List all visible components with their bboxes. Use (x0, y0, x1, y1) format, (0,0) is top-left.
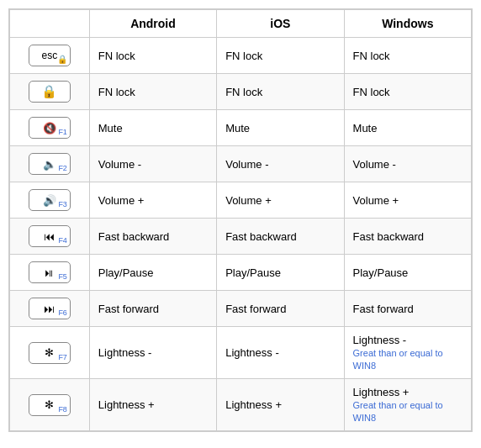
android-cell: Play/Pause (89, 255, 216, 291)
android-cell: Fast backward (89, 219, 216, 255)
ios-value: Lightness + (225, 398, 282, 411)
windows-value: Fast backward (353, 230, 425, 243)
android-value: Volume - (98, 158, 141, 171)
ios-value: Volume + (225, 194, 272, 207)
android-cell: Mute (89, 110, 216, 146)
ios-value: FN lock (225, 86, 262, 98)
ios-value: Fast backward (225, 230, 297, 243)
android-cell: FN lock (89, 74, 216, 110)
key-cell: 🔒 (10, 74, 90, 110)
ios-value: Mute (225, 122, 250, 134)
ios-cell: FN lock (217, 74, 344, 110)
android-value: FN lock (98, 86, 135, 98)
android-cell: Fast forward (89, 291, 216, 327)
shortcut-table: Android iOS Windows esc 🔒 FN lockFN lock… (8, 8, 473, 432)
android-value: Lightness - (98, 346, 152, 359)
col-header-android: Android (89, 10, 216, 38)
android-value: Mute (98, 122, 123, 134)
ios-cell: Volume + (217, 182, 344, 219)
android-value: Volume + (98, 194, 145, 207)
key-cell: ⏮ F4 (10, 219, 90, 255)
ios-cell: Lightness - (217, 327, 344, 379)
windows-value: Fast forward (353, 303, 414, 315)
ios-cell: Fast backward (217, 219, 344, 255)
windows-cell: Lightness +Great than or equal to WIN8 (344, 379, 471, 431)
windows-cell: Mute (344, 110, 471, 146)
windows-cell: Volume + (344, 182, 471, 219)
windows-cell: Volume - (344, 146, 471, 182)
windows-value: Volume - (353, 158, 396, 171)
key-cell: esc 🔒 (10, 38, 90, 74)
android-cell: Volume - (89, 146, 216, 182)
windows-value: FN lock (353, 50, 390, 62)
windows-cell: FN lock (344, 74, 471, 110)
ios-cell: Mute (217, 110, 344, 146)
ios-cell: Play/Pause (217, 255, 344, 291)
ios-cell: Fast forward (217, 291, 344, 327)
key-cell: ⏭ F6 (10, 291, 90, 327)
col-header-key (10, 10, 90, 38)
android-cell: Lightness + (89, 379, 216, 431)
col-header-windows: Windows (344, 10, 471, 38)
windows-cell: Play/Pause (344, 255, 471, 291)
key-cell: ⏯ F5 (10, 255, 90, 291)
windows-value: FN lock (353, 86, 390, 98)
ios-cell: Lightness + (217, 379, 344, 431)
key-cell: 🔇 F1 (10, 110, 90, 146)
windows-cell: FN lock (344, 38, 471, 74)
key-cell: ✻ F8 (10, 379, 90, 431)
ios-value: Fast forward (225, 303, 286, 315)
ios-cell: FN lock (217, 38, 344, 74)
android-cell: Lightness - (89, 327, 216, 379)
key-cell: 🔈 F2 (10, 146, 90, 182)
ios-value: Lightness - (225, 346, 279, 359)
windows-cell: Fast backward (344, 219, 471, 255)
windows-value: Play/Pause (353, 266, 409, 279)
windows-value: Lightness + (353, 386, 410, 398)
windows-value: Lightness - (353, 334, 407, 346)
android-value: FN lock (98, 50, 135, 62)
windows-value: Mute (353, 122, 378, 134)
windows-cell: Fast forward (344, 291, 471, 327)
ios-value: Volume - (225, 158, 268, 171)
android-value: Fast forward (98, 303, 159, 315)
ios-cell: Volume - (217, 146, 344, 182)
ios-value: Play/Pause (225, 266, 281, 279)
android-value: Play/Pause (98, 266, 154, 279)
android-cell: Volume + (89, 182, 216, 219)
android-value: Lightness + (98, 398, 155, 411)
windows-cell: Lightness -Great than or equal to WIN8 (344, 327, 471, 379)
windows-value: Volume + (353, 194, 399, 207)
android-cell: FN lock (89, 38, 216, 74)
key-cell: ✻ F7 (10, 327, 90, 379)
ios-value: FN lock (225, 50, 262, 62)
key-cell: 🔊 F3 (10, 182, 90, 219)
col-header-ios: iOS (217, 10, 344, 38)
android-value: Fast backward (98, 230, 170, 243)
